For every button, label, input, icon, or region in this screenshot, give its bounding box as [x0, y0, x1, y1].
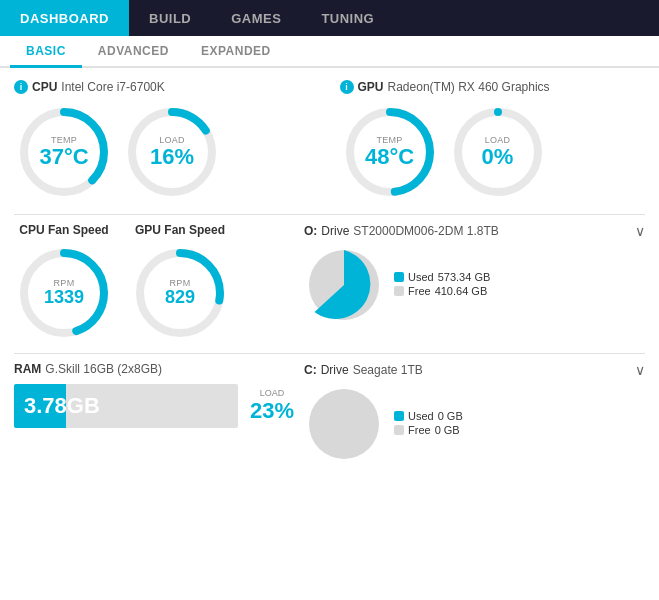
gpu-fan-gauge-container: RPM 829 [130, 243, 230, 343]
gpu-temp-value: 48°C [365, 144, 414, 169]
ram-load-value: 23% [250, 398, 294, 424]
gpu-section: i GPU Radeon(TM) RX 460 Graphics TEMP 48… [340, 80, 646, 202]
sub-tab-advanced[interactable]: ADVANCED [82, 36, 185, 68]
drive-c-used-dot [394, 411, 404, 421]
cpu-temp-inner: TEMP 37°C [39, 135, 88, 169]
spacer [320, 80, 340, 202]
cpu-temp-value: 37°C [39, 144, 88, 169]
drive-c-label: Drive [321, 363, 349, 377]
cpu-model: Intel Core i7-6700K [61, 80, 164, 94]
drive-o-section: O: Drive ST2000DM006-2DM 1.8TB ∨ Used [304, 223, 645, 343]
drive-o-pie [304, 245, 384, 325]
cpu-header: i CPU Intel Core i7-6700K [14, 80, 320, 94]
gpu-label: GPU [358, 80, 384, 94]
cpu-load-gauge-container: LOAD 16% [122, 102, 222, 202]
nav-tab-games[interactable]: GAMES [211, 0, 301, 36]
drive-o-chart: Used 573.34 GB Free 410.64 GB [304, 245, 645, 325]
drive-o-model: ST2000DM006-2DM 1.8TB [353, 224, 498, 238]
cpu-label: CPU [32, 80, 57, 94]
ram-header: RAM G.Skill 16GB (2x8GB) [14, 362, 294, 376]
ram-bar-container: 3.78GB LOAD 23% [14, 384, 294, 428]
drive-o-header: O: Drive ST2000DM006-2DM 1.8TB ∨ [304, 223, 645, 239]
svg-point-13 [309, 389, 379, 459]
nav-tab-dashboard[interactable]: DASHBOARD [0, 0, 129, 36]
drive-o-used-dot [394, 272, 404, 282]
cpu-section: i CPU Intel Core i7-6700K TEMP 37°C [14, 80, 320, 202]
drive-o-used-label: Used [408, 271, 434, 283]
cpu-gpu-row: i CPU Intel Core i7-6700K TEMP 37°C [14, 80, 645, 202]
ram-drivec-row: RAM G.Skill 16GB (2x8GB) 3.78GB LOAD 23% [14, 362, 645, 464]
cpu-fan-rpm-value: 1339 [44, 287, 84, 307]
drive-o-free-legend: Free 410.64 GB [394, 285, 490, 297]
fans-section: CPU Fan Speed RPM 1339 GPU Fan [14, 223, 294, 343]
gpu-fan-block: GPU Fan Speed RPM 829 [130, 223, 230, 343]
gpu-load-gauge-container: LOAD 0% [448, 102, 548, 202]
drive-c-free-value: 0 GB [435, 424, 460, 436]
drive-c-free-dot [394, 425, 404, 435]
gpu-info-icon[interactable]: i [340, 80, 354, 94]
cpu-fan-label: CPU Fan Speed [19, 223, 108, 237]
cpu-load-value: 16% [150, 144, 194, 169]
gpu-temp-gauge: TEMP 48°C [340, 102, 440, 202]
gpu-model: Radeon(TM) RX 460 Graphics [388, 80, 550, 94]
ram-bar-outer: 3.78GB [14, 384, 238, 428]
drive-c-used-value: 0 GB [438, 410, 463, 422]
ram-label: RAM [14, 362, 41, 376]
cpu-fan-inner: RPM 1339 [44, 278, 84, 308]
cpu-gauges: TEMP 37°C LOAD 16% [14, 102, 320, 202]
drive-c-model: Seagate 1TB [353, 363, 423, 377]
drive-c-letter: C: [304, 363, 317, 377]
drive-c-free-legend: Free 0 GB [394, 424, 463, 436]
cpu-info-icon[interactable]: i [14, 80, 28, 94]
ram-bar-value: 3.78GB [24, 393, 100, 419]
spacer3 [294, 362, 304, 464]
drive-c-title: C: Drive Seagate 1TB [304, 363, 423, 377]
fans-drive-row: CPU Fan Speed RPM 1339 GPU Fan [14, 223, 645, 343]
ram-load-block: LOAD 23% [250, 388, 294, 424]
drive-o-title: O: Drive ST2000DM006-2DM 1.8TB [304, 224, 499, 238]
cpu-fan-block: CPU Fan Speed RPM 1339 [14, 223, 114, 343]
top-navigation: DASHBOARD BUILD GAMES TUNING [0, 0, 659, 36]
drive-o-label: Drive [321, 224, 349, 238]
drive-c-header: C: Drive Seagate 1TB ∨ [304, 362, 645, 378]
drive-o-legend: Used 573.34 GB Free 410.64 GB [394, 271, 490, 299]
ram-section: RAM G.Skill 16GB (2x8GB) 3.78GB LOAD 23% [14, 362, 294, 464]
drive-o-used-legend: Used 573.34 GB [394, 271, 490, 283]
gpu-temp-inner: TEMP 48°C [365, 135, 414, 169]
cpu-fan-gauge-container: RPM 1339 [14, 243, 114, 343]
spacer2 [294, 223, 304, 343]
cpu-load-gauge: LOAD 16% [122, 102, 222, 202]
cpu-temp-gauge: TEMP 37°C [14, 102, 114, 202]
drive-c-legend: Used 0 GB Free 0 GB [394, 410, 463, 438]
cpu-load-inner: LOAD 16% [150, 135, 194, 169]
drive-c-free-label: Free [408, 424, 431, 436]
ram-bar-fill: 3.78GB [14, 384, 66, 428]
gpu-load-value: 0% [482, 144, 514, 169]
drive-c-chart: Used 0 GB Free 0 GB [304, 384, 645, 464]
drive-c-pie [304, 384, 384, 464]
ram-load-label: LOAD [250, 388, 294, 398]
ram-model: G.Skill 16GB (2x8GB) [45, 362, 162, 376]
divider-2 [14, 353, 645, 354]
fans-row: CPU Fan Speed RPM 1339 GPU Fan [14, 223, 294, 343]
cpu-temp-gauge-container: TEMP 37°C [14, 102, 114, 202]
nav-tab-build[interactable]: BUILD [129, 0, 211, 36]
divider-1 [14, 214, 645, 215]
gpu-load-gauge: LOAD 0% [448, 102, 548, 202]
drive-c-used-legend: Used 0 GB [394, 410, 463, 422]
gpu-load-inner: LOAD 0% [482, 135, 514, 169]
drive-o-free-label: Free [408, 285, 431, 297]
gpu-header: i GPU Radeon(TM) RX 460 Graphics [340, 80, 646, 94]
drive-o-chevron[interactable]: ∨ [635, 223, 645, 239]
gpu-fan-inner: RPM 829 [165, 278, 195, 308]
drive-o-free-value: 410.64 GB [435, 285, 488, 297]
gpu-fan-label: GPU Fan Speed [135, 223, 225, 237]
gpu-fan-rpm-value: 829 [165, 287, 195, 307]
drive-c-used-label: Used [408, 410, 434, 422]
drive-c-chevron[interactable]: ∨ [635, 362, 645, 378]
sub-tab-expanded[interactable]: EXPANDED [185, 36, 287, 68]
gpu-temp-gauge-container: TEMP 48°C [340, 102, 440, 202]
main-content: i CPU Intel Core i7-6700K TEMP 37°C [0, 68, 659, 600]
sub-tab-basic[interactable]: BASIC [10, 36, 82, 68]
nav-tab-tuning[interactable]: TUNING [301, 0, 394, 36]
